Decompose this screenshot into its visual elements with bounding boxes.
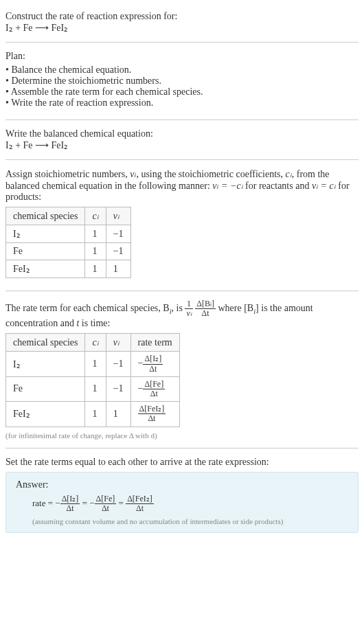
stoich-intro: Assign stoichiometric numbers, νᵢ, using… [5, 168, 359, 203]
plan-item: Balance the chemical equation. [5, 65, 359, 76]
col-nu: νᵢ [106, 207, 130, 225]
ci-cell: 1 [85, 243, 106, 260]
final-title: Set the rate terms equal to each other t… [5, 457, 359, 468]
species-cell: Fe [6, 376, 85, 401]
balanced-title: Write the balanced chemical equation: [5, 128, 359, 139]
frac-dBi-dt: Δ[Bᵢ]Δt [195, 299, 216, 318]
equals-sign: = [119, 497, 126, 508]
rateterm-table: chemical species cᵢ νᵢ rate term I₂ 1 −1… [5, 333, 180, 427]
final-section: Set the rate terms equal to each other t… [5, 451, 359, 538]
col-ci: cᵢ [85, 334, 106, 352]
table-row: FeI₂ 1 1 Δ[FeI₂]Δt [6, 402, 180, 427]
col-species: chemical species [6, 207, 85, 225]
header-equation: I₂ + Fe ⟶ FeI₂ [5, 22, 359, 34]
rate-term-frac: Δ[FeI₂]Δt [126, 495, 154, 513]
rate-expression: rate = −Δ[I₂]Δt = −Δ[Fe]Δt = Δ[FeI₂]Δt [32, 495, 348, 513]
nu-cell: −1 [106, 243, 130, 260]
plan-item: Assemble the rate term for each chemical… [5, 87, 359, 98]
text: The rate term for each chemical species,… [5, 303, 170, 313]
col-ci: cᵢ [85, 207, 106, 225]
ci-cell: 1 [85, 376, 106, 401]
nu-cell: 1 [106, 260, 130, 278]
relation-reactants: νᵢ = −cᵢ [212, 181, 242, 191]
text: , is [172, 303, 185, 313]
table-row: I₂ 1 −1 −Δ[I₂]Δt [6, 352, 180, 376]
col-species: chemical species [6, 334, 85, 352]
table-header-row: chemical species cᵢ νᵢ [6, 207, 131, 225]
text: is time: [79, 318, 110, 328]
col-rate: rate term [130, 334, 179, 352]
species-cell: I₂ [6, 352, 85, 376]
nu-cell: −1 [106, 376, 130, 401]
plan-list: Balance the chemical equation. Determine… [5, 65, 359, 109]
rateterm-note: (for infinitesimal rate of change, repla… [5, 431, 359, 440]
rate-cell: −Δ[I₂]Δt [130, 352, 179, 376]
balanced-equation: I₂ + Fe ⟶ FeI₂ [5, 139, 359, 151]
text: , using the stoichiometric coefficients, [136, 169, 285, 179]
rateterm-intro: The rate term for each chemical species,… [5, 299, 359, 329]
relation-products: νᵢ = cᵢ [312, 181, 336, 191]
ci-cell: 1 [85, 225, 106, 243]
divider [5, 120, 359, 120]
neg-sign: − [55, 497, 60, 508]
nu-cell: 1 [106, 402, 130, 427]
neg-sign: − [89, 497, 94, 508]
text: Assign stoichiometric numbers, [5, 169, 130, 179]
answer-note: (assuming constant volume and no accumul… [32, 517, 348, 525]
divider [5, 291, 359, 291]
balanced-section: Write the balanced chemical equation: I₂… [5, 123, 359, 157]
divider [5, 159, 359, 160]
plan-section: Plan: Balance the chemical equation. Det… [5, 45, 359, 117]
ci-cell: 1 [85, 402, 106, 427]
equals-sign: = [82, 497, 90, 508]
table-row: FeI₂ 1 1 [6, 260, 131, 278]
nu-cell: −1 [106, 225, 130, 243]
nu-cell: −1 [106, 352, 130, 376]
text: for reactants and [243, 181, 312, 191]
divider [5, 448, 359, 448]
frac-one-over-nu: 1νᵢ [185, 299, 192, 318]
rate-cell: −Δ[Fe]Δt [130, 376, 179, 401]
plan-item: Write the rate of reaction expression. [5, 98, 359, 109]
ci-cell: 1 [85, 352, 106, 376]
rate-cell: Δ[FeI₂]Δt [130, 402, 179, 427]
header-section: Construct the rate of reaction expressio… [5, 5, 359, 39]
text: where [B [218, 303, 253, 313]
answer-box: Answer: rate = −Δ[I₂]Δt = −Δ[Fe]Δt = Δ[F… [5, 472, 359, 533]
plan-title: Plan: [5, 51, 359, 62]
table-row: Fe 1 −1 −Δ[Fe]Δt [6, 376, 180, 401]
table-row: Fe 1 −1 [6, 243, 131, 260]
rateterm-section: The rate term for each chemical species,… [5, 294, 359, 445]
stoich-section: Assign stoichiometric numbers, νᵢ, using… [5, 163, 359, 288]
header-title: Construct the rate of reaction expressio… [5, 11, 359, 22]
rate-term-frac: Δ[I₂]Δt [60, 495, 80, 513]
species-cell: Fe [6, 243, 85, 260]
answer-label: Answer: [16, 479, 348, 490]
species-cell: I₂ [6, 225, 85, 243]
divider [5, 42, 359, 43]
col-nu: νᵢ [106, 334, 130, 352]
plan-item: Determine the stoichiometric numbers. [5, 76, 359, 87]
species-cell: FeI₂ [6, 402, 85, 427]
ci-symbol: cᵢ [286, 169, 292, 179]
table-header-row: chemical species cᵢ νᵢ rate term [6, 334, 180, 352]
species-cell: FeI₂ [6, 260, 85, 278]
rate-label: rate = [32, 497, 55, 508]
rate-term-frac: Δ[Fe]Δt [95, 495, 117, 513]
ci-cell: 1 [85, 260, 106, 278]
table-row: I₂ 1 −1 [6, 225, 131, 243]
stoich-table: chemical species cᵢ νᵢ I₂ 1 −1 Fe 1 −1 F… [5, 207, 131, 278]
